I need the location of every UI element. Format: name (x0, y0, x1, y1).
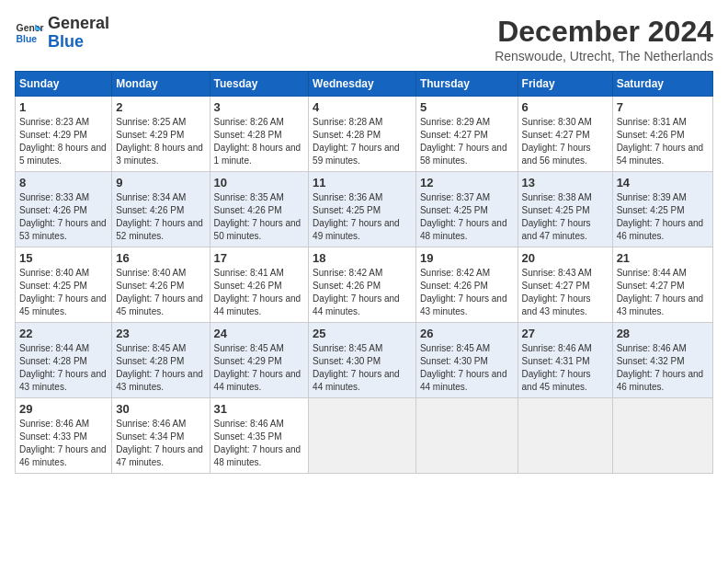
day-info: Sunrise: 8:45 AM Sunset: 4:30 PM Dayligh… (420, 342, 514, 394)
day-info: Sunrise: 8:28 AM Sunset: 4:28 PM Dayligh… (313, 116, 412, 167)
calendar-cell: 24 Sunrise: 8:45 AM Sunset: 4:29 PM Dayl… (210, 323, 309, 398)
day-number: 9 (116, 176, 205, 190)
day-number: 7 (617, 100, 709, 114)
day-number: 4 (313, 100, 412, 114)
calendar-cell: 17 Sunrise: 8:41 AM Sunset: 4:26 PM Dayl… (210, 247, 309, 323)
day-info: Sunrise: 8:29 AM Sunset: 4:27 PM Dayligh… (420, 116, 514, 167)
day-info: Sunrise: 8:44 AM Sunset: 4:28 PM Dayligh… (19, 342, 108, 394)
day-info: Sunrise: 8:46 AM Sunset: 4:32 PM Dayligh… (617, 342, 709, 394)
calendar-cell (518, 398, 612, 474)
calendar-cell: 8 Sunrise: 8:33 AM Sunset: 4:26 PM Dayli… (16, 172, 112, 247)
day-info: Sunrise: 8:42 AM Sunset: 4:26 PM Dayligh… (313, 267, 412, 318)
col-header-thursday: Thursday (415, 72, 518, 97)
day-info: Sunrise: 8:37 AM Sunset: 4:25 PM Dayligh… (420, 191, 514, 243)
calendar-week-1: 1 Sunrise: 8:23 AM Sunset: 4:29 PM Dayli… (16, 97, 713, 172)
col-header-sunday: Sunday (16, 72, 112, 97)
calendar-table: SundayMondayTuesdayWednesdayThursdayFrid… (15, 71, 713, 474)
day-number: 10 (214, 176, 305, 190)
day-number: 23 (116, 327, 205, 340)
day-info: Sunrise: 8:31 AM Sunset: 4:26 PM Dayligh… (617, 116, 709, 167)
day-number: 5 (420, 100, 514, 114)
col-header-saturday: Saturday (612, 72, 712, 97)
calendar-cell: 9 Sunrise: 8:34 AM Sunset: 4:26 PM Dayli… (112, 172, 210, 247)
calendar-cell: 25 Sunrise: 8:45 AM Sunset: 4:30 PM Dayl… (309, 323, 416, 398)
day-number: 20 (522, 251, 609, 265)
calendar-cell: 11 Sunrise: 8:36 AM Sunset: 4:25 PM Dayl… (309, 172, 416, 247)
calendar-cell: 12 Sunrise: 8:37 AM Sunset: 4:25 PM Dayl… (415, 172, 518, 247)
calendar-cell: 3 Sunrise: 8:26 AM Sunset: 4:28 PM Dayli… (210, 97, 309, 172)
day-number: 18 (313, 251, 412, 265)
day-info: Sunrise: 8:41 AM Sunset: 4:26 PM Dayligh… (214, 267, 305, 318)
day-info: Sunrise: 8:46 AM Sunset: 4:33 PM Dayligh… (19, 418, 108, 469)
day-info: Sunrise: 8:42 AM Sunset: 4:26 PM Dayligh… (420, 267, 514, 318)
calendar-week-5: 29 Sunrise: 8:46 AM Sunset: 4:33 PM Dayl… (16, 398, 713, 474)
day-info: Sunrise: 8:36 AM Sunset: 4:25 PM Dayligh… (313, 191, 412, 243)
title-block: December 2024 Renswoude, Utrecht, The Ne… (495, 15, 713, 63)
calendar-cell: 6 Sunrise: 8:30 AM Sunset: 4:27 PM Dayli… (518, 97, 612, 172)
day-number: 3 (214, 100, 305, 114)
day-number: 29 (19, 402, 108, 416)
day-number: 16 (116, 251, 205, 265)
calendar-cell: 13 Sunrise: 8:38 AM Sunset: 4:25 PM Dayl… (518, 172, 612, 247)
calendar-cell: 30 Sunrise: 8:46 AM Sunset: 4:34 PM Dayl… (112, 398, 210, 474)
day-info: Sunrise: 8:25 AM Sunset: 4:29 PM Dayligh… (116, 116, 205, 167)
day-info: Sunrise: 8:23 AM Sunset: 4:29 PM Dayligh… (19, 116, 108, 167)
calendar-cell: 2 Sunrise: 8:25 AM Sunset: 4:29 PM Dayli… (112, 97, 210, 172)
day-number: 14 (617, 176, 709, 190)
logo: General Blue GeneralBlue (15, 15, 109, 52)
calendar-cell: 14 Sunrise: 8:39 AM Sunset: 4:25 PM Dayl… (612, 172, 712, 247)
page-header: General Blue GeneralBlue December 2024 R… (15, 15, 713, 63)
calendar-cell: 19 Sunrise: 8:42 AM Sunset: 4:26 PM Dayl… (415, 247, 518, 323)
calendar-week-3: 15 Sunrise: 8:40 AM Sunset: 4:25 PM Dayl… (16, 247, 713, 323)
logo-icon: General Blue (15, 18, 44, 48)
day-info: Sunrise: 8:45 AM Sunset: 4:30 PM Dayligh… (313, 342, 412, 394)
day-number: 1 (19, 100, 108, 114)
day-number: 30 (116, 402, 205, 416)
day-number: 22 (19, 327, 108, 340)
day-number: 21 (617, 251, 709, 265)
day-info: Sunrise: 8:40 AM Sunset: 4:25 PM Dayligh… (19, 267, 108, 318)
calendar-header-row: SundayMondayTuesdayWednesdayThursdayFrid… (16, 72, 713, 97)
calendar-cell: 10 Sunrise: 8:35 AM Sunset: 4:26 PM Dayl… (210, 172, 309, 247)
calendar-cell: 7 Sunrise: 8:31 AM Sunset: 4:26 PM Dayli… (612, 97, 712, 172)
day-info: Sunrise: 8:34 AM Sunset: 4:26 PM Dayligh… (116, 191, 205, 243)
col-header-friday: Friday (518, 72, 612, 97)
day-number: 8 (19, 176, 108, 190)
day-info: Sunrise: 8:46 AM Sunset: 4:31 PM Dayligh… (522, 342, 609, 394)
day-info: Sunrise: 8:39 AM Sunset: 4:25 PM Dayligh… (617, 191, 709, 243)
calendar-cell: 22 Sunrise: 8:44 AM Sunset: 4:28 PM Dayl… (16, 323, 112, 398)
day-info: Sunrise: 8:38 AM Sunset: 4:25 PM Dayligh… (522, 191, 609, 243)
month-title: December 2024 (495, 15, 713, 49)
calendar-cell (309, 398, 416, 474)
calendar-cell: 31 Sunrise: 8:46 AM Sunset: 4:35 PM Dayl… (210, 398, 309, 474)
calendar-week-2: 8 Sunrise: 8:33 AM Sunset: 4:26 PM Dayli… (16, 172, 713, 247)
calendar-cell: 1 Sunrise: 8:23 AM Sunset: 4:29 PM Dayli… (16, 97, 112, 172)
calendar-cell: 26 Sunrise: 8:45 AM Sunset: 4:30 PM Dayl… (415, 323, 518, 398)
day-info: Sunrise: 8:46 AM Sunset: 4:34 PM Dayligh… (116, 418, 205, 469)
location: Renswoude, Utrecht, The Netherlands (495, 49, 713, 63)
day-info: Sunrise: 8:30 AM Sunset: 4:27 PM Dayligh… (522, 116, 609, 167)
col-header-wednesday: Wednesday (309, 72, 416, 97)
calendar-cell: 28 Sunrise: 8:46 AM Sunset: 4:32 PM Dayl… (612, 323, 712, 398)
calendar-cell: 21 Sunrise: 8:44 AM Sunset: 4:27 PM Dayl… (612, 247, 712, 323)
calendar-cell: 15 Sunrise: 8:40 AM Sunset: 4:25 PM Dayl… (16, 247, 112, 323)
col-header-monday: Monday (112, 72, 210, 97)
day-number: 13 (522, 176, 609, 190)
day-number: 2 (116, 100, 205, 114)
calendar-week-4: 22 Sunrise: 8:44 AM Sunset: 4:28 PM Dayl… (16, 323, 713, 398)
calendar-cell: 27 Sunrise: 8:46 AM Sunset: 4:31 PM Dayl… (518, 323, 612, 398)
calendar-cell: 29 Sunrise: 8:46 AM Sunset: 4:33 PM Dayl… (16, 398, 112, 474)
day-info: Sunrise: 8:43 AM Sunset: 4:27 PM Dayligh… (522, 267, 609, 318)
logo-text: GeneralBlue (48, 15, 109, 52)
day-number: 12 (420, 176, 514, 190)
calendar-cell: 16 Sunrise: 8:40 AM Sunset: 4:26 PM Dayl… (112, 247, 210, 323)
calendar-cell (612, 398, 712, 474)
day-info: Sunrise: 8:45 AM Sunset: 4:29 PM Dayligh… (214, 342, 305, 394)
day-number: 31 (214, 402, 305, 416)
day-number: 27 (522, 327, 609, 340)
day-number: 28 (617, 327, 709, 340)
day-number: 24 (214, 327, 305, 340)
calendar-cell: 20 Sunrise: 8:43 AM Sunset: 4:27 PM Dayl… (518, 247, 612, 323)
day-number: 17 (214, 251, 305, 265)
calendar-cell: 4 Sunrise: 8:28 AM Sunset: 4:28 PM Dayli… (309, 97, 416, 172)
